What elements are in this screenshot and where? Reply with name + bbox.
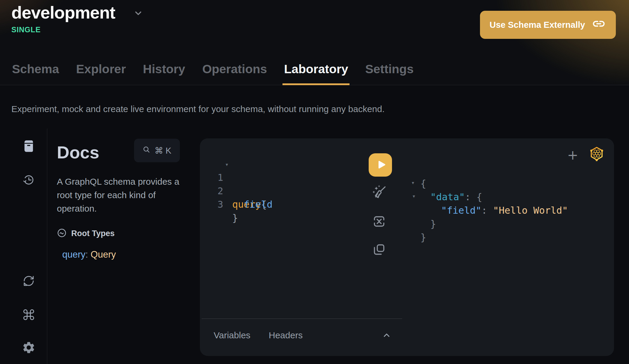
chevron-up-icon[interactable] [381, 330, 392, 341]
prettify-broom-icon [371, 184, 388, 201]
refresh-icon [22, 275, 35, 288]
main-tab-bar: Schema Explorer History Operations Labor… [11, 53, 414, 85]
sidebar-item-reload-schema[interactable] [20, 273, 37, 290]
line-number: 3 [213, 198, 223, 211]
merge-fragments-button[interactable] [371, 214, 387, 230]
search-shortcut-label: ⌘ K [154, 146, 171, 156]
response-line: "field": "Hello World" [441, 204, 568, 217]
tab-label: Schema [12, 62, 59, 76]
chevron-down-icon[interactable] [133, 8, 144, 19]
graphiql-panel: 1 ▾ query{ 2 field 3 } [200, 138, 614, 356]
response-line: { [420, 177, 426, 190]
tab-settings[interactable]: Settings [364, 53, 414, 85]
tab-history[interactable]: History [142, 53, 186, 85]
tab-laboratory[interactable]: Laboratory [283, 53, 349, 85]
play-icon [374, 159, 387, 171]
sidebar-item-docs[interactable] [20, 138, 37, 155]
tab-underline [282, 83, 350, 85]
tab-label: Explorer [76, 62, 126, 76]
tab-label: History [143, 62, 185, 76]
laboratory-page: development SINGLE Use Schema Externally… [0, 0, 629, 364]
sidebar-item-settings[interactable] [20, 339, 37, 356]
root-type-type: Query [91, 249, 116, 260]
editor-line: 2 field [200, 171, 397, 184]
copy-icon [372, 242, 387, 258]
tab-label: Laboratory [284, 62, 348, 76]
response-line: "data": { [430, 190, 482, 204]
page-title: development [11, 2, 115, 22]
link-icon [592, 19, 606, 30]
status-badge: SINGLE [11, 25, 41, 34]
response-line: } [420, 231, 426, 244]
gear-icon [22, 341, 36, 355]
history-clock-icon [22, 174, 35, 187]
root-type-query-link[interactable]: query: Query [62, 249, 116, 260]
tab-explorer[interactable]: Explorer [75, 53, 126, 85]
sidebar-item-shortcuts[interactable] [20, 307, 37, 323]
page-description: Experiment, mock and create live environ… [11, 104, 385, 114]
tab-variables[interactable]: Variables [214, 329, 250, 342]
root-types-heading: Root Types [57, 228, 115, 239]
command-icon [22, 308, 35, 322]
docs-description: A GraphQL schema provides a root type fo… [57, 175, 191, 215]
book-icon [23, 140, 35, 154]
docs-panel-title: Docs [57, 142, 99, 162]
add-tab-button[interactable]: + [566, 149, 579, 162]
page-header: development SINGLE Use Schema Externally… [0, 0, 629, 85]
tab-label: Settings [365, 62, 414, 76]
editor-footer-divider [202, 319, 402, 319]
collapse-triangle-icon[interactable]: ▾ [412, 189, 416, 203]
use-schema-externally-button[interactable]: Use Schema Externally [480, 11, 616, 39]
use-schema-externally-label: Use Schema Externally [490, 20, 585, 30]
tab-label: Operations [202, 62, 267, 76]
tab-headers[interactable]: Headers [269, 329, 303, 342]
root-type-field: query [62, 249, 86, 260]
merge-icon [372, 214, 387, 230]
tab-schema[interactable]: Schema [11, 53, 60, 85]
search-icon [142, 146, 151, 156]
collapse-triangle-icon[interactable]: ▾ [411, 176, 415, 189]
root-types-label: Root Types [71, 229, 115, 238]
prettify-button[interactable] [370, 183, 388, 202]
sidebar-divider [47, 129, 47, 364]
root-type-colon: : [86, 249, 91, 260]
docs-search-button[interactable]: ⌘ K [134, 139, 180, 162]
tab-operations[interactable]: Operations [202, 53, 268, 85]
hive-logo[interactable] [589, 146, 604, 162]
execute-query-button[interactable] [369, 153, 392, 177]
fold-triangle-icon[interactable]: ▾ [225, 158, 229, 171]
response-line: } [430, 217, 436, 231]
editor-line: 1 ▾ query{ [200, 157, 397, 171]
sidebar-item-history[interactable] [20, 172, 37, 189]
copy-query-button[interactable] [371, 242, 387, 258]
circle-wave-icon [57, 228, 67, 239]
code-text: } [232, 211, 238, 225]
editor-line: 3 } [200, 184, 397, 198]
